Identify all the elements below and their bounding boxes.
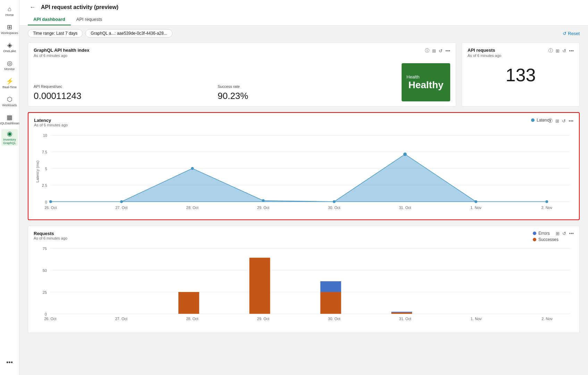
req-chart-refresh-button[interactable]: ↺ bbox=[562, 231, 566, 236]
svg-point-12 bbox=[49, 200, 52, 203]
sqldashboard-icon: ▦ bbox=[7, 114, 12, 121]
svg-rect-40 bbox=[391, 312, 412, 314]
svg-text:2. Nov: 2. Nov bbox=[541, 206, 552, 210]
svg-rect-36 bbox=[178, 292, 199, 314]
svg-text:1. Nov: 1. Nov bbox=[470, 206, 481, 210]
main-content: ← API request activity (preview) API das… bbox=[19, 0, 588, 375]
health-info-button[interactable]: ⓘ bbox=[425, 48, 429, 54]
requests-chart-subtitle: As of 6 minutes ago bbox=[34, 236, 67, 240]
successes-legend-item: Successes bbox=[533, 237, 558, 242]
realtime-icon: ⚡ bbox=[6, 77, 14, 85]
sidebar-label-monitor: Monitor bbox=[4, 68, 15, 71]
latency-more-button[interactable]: ••• bbox=[569, 118, 573, 124]
requests-chart-card: Requests As of 6 minutes ago ⊞ ↺ ••• 75 … bbox=[28, 226, 580, 333]
sidebar-label-workloads: Workloads bbox=[2, 104, 17, 107]
svg-point-16 bbox=[333, 200, 336, 203]
tab-bar: API dashboard API requests bbox=[28, 14, 580, 25]
sidebar-item-workloads[interactable]: ⬡ Workloads bbox=[1, 93, 18, 110]
latency-chart-icons: ⓘ ⊞ ↺ ••• bbox=[548, 118, 573, 124]
time-range-filter[interactable]: Time range: Last 7 days bbox=[28, 29, 83, 38]
success-rate-label: Success rate bbox=[218, 84, 393, 89]
sidebar-item-home[interactable]: ⌂ Home bbox=[1, 3, 18, 19]
page-title: API request activity (preview) bbox=[41, 4, 118, 10]
svg-text:28. Oct: 28. Oct bbox=[186, 317, 198, 321]
health-card-title: GraphQL API health index bbox=[34, 48, 89, 53]
health-card-title-group: GraphQL API health index As of 6 minutes… bbox=[34, 48, 89, 58]
errors-legend-dot bbox=[533, 232, 536, 235]
tab-api-dashboard[interactable]: API dashboard bbox=[28, 14, 71, 25]
requests-refresh-button[interactable]: ↺ bbox=[562, 48, 566, 53]
svg-point-14 bbox=[191, 167, 194, 170]
health-badge-label: Health bbox=[406, 74, 420, 80]
svg-marker-11 bbox=[51, 154, 547, 201]
requests-info-button[interactable]: ⓘ bbox=[548, 48, 553, 54]
onelake-icon: ◈ bbox=[7, 41, 12, 49]
workspaces-icon: ⊞ bbox=[7, 23, 12, 31]
svg-rect-37 bbox=[249, 258, 270, 314]
sidebar-item-inventory[interactable]: ◉ Inventory GraphQL bbox=[1, 129, 18, 146]
svg-point-19 bbox=[545, 200, 548, 203]
api-request-value: 0.00011243 bbox=[34, 91, 209, 101]
svg-text:30. Oct: 30. Oct bbox=[328, 206, 340, 210]
latency-chart-header: Latency As of 6 minutes ago ⓘ ⊞ ↺ ••• bbox=[34, 118, 573, 127]
health-grid-button[interactable]: ⊞ bbox=[432, 48, 436, 53]
svg-point-13 bbox=[120, 200, 123, 203]
sidebar-item-monitor[interactable]: ◎ Monitor bbox=[1, 57, 18, 74]
sidebar-item-realtime[interactable]: ⚡ Real-Time bbox=[1, 75, 18, 92]
sidebar: ⌂ Home ⊞ Workspaces ◈ OneLake ◎ Monitor … bbox=[0, 0, 19, 375]
toolbar: Time range: Last 7 days GraphQL a...: aa… bbox=[19, 26, 588, 41]
svg-point-15 bbox=[262, 199, 264, 202]
svg-text:31. Oct: 31. Oct bbox=[399, 317, 411, 321]
graphql-filter[interactable]: GraphQL a...: aae539de-0c3f-4436-a28... bbox=[85, 29, 172, 38]
api-requests-card: API requests As of 6 minutes ago ⓘ ⊞ ↺ •… bbox=[462, 42, 580, 107]
errors-legend-label: Errors bbox=[538, 231, 550, 236]
api-requests-card-icons: ⓘ ⊞ ↺ ••• bbox=[548, 48, 574, 54]
sidebar-item-sqldashboard[interactable]: ▦ SQLDashboard bbox=[1, 111, 18, 128]
success-rate-value: 90.23% bbox=[218, 91, 393, 101]
svg-text:27. Oct: 27. Oct bbox=[115, 317, 127, 321]
reset-button[interactable]: ↺ Reset bbox=[563, 31, 580, 36]
tab-api-requests[interactable]: API requests bbox=[71, 14, 108, 25]
latency-chart-subtitle: As of 6 minutes ago bbox=[34, 123, 68, 127]
svg-text:Latency (ms): Latency (ms) bbox=[35, 160, 40, 182]
health-badge-value: Healthy bbox=[408, 80, 443, 91]
api-requests-card-header: API requests As of 6 minutes ago ⓘ ⊞ ↺ •… bbox=[468, 48, 574, 58]
requests-grid-button[interactable]: ⊞ bbox=[556, 48, 560, 53]
latency-grid-button[interactable]: ⊞ bbox=[555, 118, 559, 124]
api-requests-title-group: API requests As of 6 minutes ago bbox=[468, 48, 501, 58]
health-refresh-button[interactable]: ↺ bbox=[439, 48, 443, 53]
svg-text:2. Nov: 2. Nov bbox=[541, 317, 553, 321]
svg-text:1. Nov: 1. Nov bbox=[471, 317, 482, 321]
latency-legend: Latency bbox=[531, 118, 551, 123]
sidebar-label-home: Home bbox=[5, 14, 14, 17]
latency-chart-title: Latency bbox=[34, 118, 68, 123]
svg-point-17 bbox=[403, 152, 407, 156]
health-card: GraphQL API health index As of 6 minutes… bbox=[28, 42, 456, 107]
svg-text:0: 0 bbox=[45, 312, 47, 316]
errors-legend-item: Errors bbox=[533, 231, 558, 236]
requests-more-button[interactable]: ••• bbox=[569, 48, 574, 53]
svg-text:75: 75 bbox=[43, 247, 47, 251]
home-icon: ⌂ bbox=[8, 6, 11, 13]
sidebar-item-more[interactable]: ••• bbox=[1, 354, 18, 371]
svg-text:2.5: 2.5 bbox=[42, 183, 47, 188]
svg-text:27. Oct: 27. Oct bbox=[115, 206, 127, 210]
sidebar-item-onelake[interactable]: ◈ OneLake bbox=[1, 39, 18, 56]
latency-refresh-button[interactable]: ↺ bbox=[562, 118, 566, 124]
svg-rect-38 bbox=[320, 292, 341, 314]
api-requests-card-title: API requests bbox=[468, 48, 501, 53]
successes-legend-dot bbox=[533, 238, 536, 241]
sidebar-item-workspaces[interactable]: ⊞ Workspaces bbox=[1, 21, 18, 38]
sidebar-label-realtime: Real-Time bbox=[2, 86, 17, 89]
content-area: GraphQL API health index As of 6 minutes… bbox=[19, 41, 588, 375]
success-rate-metric: Success rate 90.23% bbox=[218, 84, 402, 101]
more-icon: ••• bbox=[6, 359, 13, 366]
requests-chart-title-group: Requests As of 6 minutes ago bbox=[34, 231, 67, 240]
monitor-icon: ◎ bbox=[7, 59, 12, 67]
back-button[interactable]: ← bbox=[28, 3, 37, 11]
svg-text:0: 0 bbox=[45, 200, 47, 204]
api-request-label: API Request/sec bbox=[34, 84, 209, 89]
health-more-button[interactable]: ••• bbox=[445, 48, 450, 53]
svg-text:5: 5 bbox=[45, 167, 47, 171]
req-chart-more-button[interactable]: ••• bbox=[569, 231, 574, 236]
